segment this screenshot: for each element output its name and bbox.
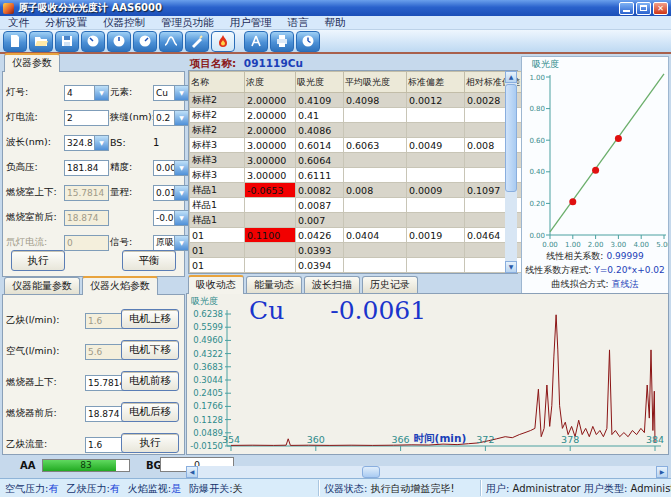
flame-label-3: 燃烧器前后: (6, 407, 83, 420)
table-cell: 样品1 (190, 198, 245, 213)
tab-dyn-0[interactable]: 吸收动态 (188, 275, 244, 294)
table-cell (245, 243, 296, 258)
table-cell: -0.0653 (245, 183, 296, 198)
tab-dyn-2[interactable]: 波长扫描 (304, 276, 360, 294)
table-row[interactable]: 010.0394 (190, 258, 524, 273)
chart-hscrollbar[interactable]: ◀ ▶ (186, 466, 668, 478)
chevron-down-icon[interactable]: ▼ (94, 86, 108, 100)
table-row[interactable]: 010.0393 (190, 243, 524, 258)
minimize-button[interactable] (619, 2, 634, 15)
table-row[interactable]: 标样22.000000.41 (190, 108, 524, 123)
chevron-down-icon[interactable]: ▼ (174, 111, 188, 125)
chevron-down-icon[interactable]: ▼ (174, 236, 188, 250)
hv-input[interactable]: 181.84 (64, 160, 109, 176)
lamp-current-input[interactable]: 2 (64, 110, 109, 126)
table-cell (344, 168, 407, 183)
table-scroll-thumb[interactable] (505, 84, 517, 192)
execute-button[interactable]: 执行 (11, 250, 65, 271)
menu-item-0[interactable]: 文件 (8, 16, 29, 30)
wavelength-scan-button[interactable] (159, 31, 183, 52)
new-file-icon (7, 33, 23, 49)
table-row[interactable]: 标样33.000000.6064 (190, 153, 524, 168)
scroll-left-icon[interactable]: ◀ (186, 466, 198, 478)
table-scrollbar[interactable]: ▲ ▼ (505, 71, 517, 273)
spectrum-xtick: 366 (392, 434, 410, 445)
table-cell (407, 198, 465, 213)
range-low-select[interactable]: -0.0150▼ (153, 210, 189, 226)
table-row[interactable]: 样品10.0087 (190, 198, 524, 213)
burner-frontback-input-value: 18.874 (88, 409, 120, 419)
project-name-label: 项目名称: (190, 57, 236, 69)
chevron-down-icon[interactable]: ▼ (174, 211, 188, 225)
svg-text:0.20: 0.20 (529, 200, 545, 208)
tab-dyn-1[interactable]: 能量动态 (246, 276, 302, 294)
scroll-right-icon[interactable]: ▶ (656, 466, 668, 478)
spectrum-xtick: 354 (222, 434, 240, 445)
results-table: 名称浓度吸光度平均吸光度标准偏差相对标准偏差标样22.000000.41090.… (188, 70, 518, 274)
beam-energy-button[interactable] (107, 31, 131, 52)
motor-down-button[interactable]: 电机下移 (121, 340, 179, 360)
chevron-down-icon[interactable]: ▼ (174, 186, 188, 200)
save-file-button[interactable] (55, 31, 79, 52)
table-row[interactable]: 标样33.000000.6111 (190, 168, 524, 183)
chevron-down-icon[interactable]: ▼ (174, 86, 188, 100)
tab-flame-1[interactable]: 仪器火焰参数 (82, 276, 158, 295)
table-row[interactable]: 010.11000.04260.04040.00190.0464 (190, 228, 524, 243)
table-cell (344, 123, 407, 138)
lamp-energy-button[interactable] (81, 31, 105, 52)
clock-icon (300, 33, 316, 49)
standby-button[interactable] (296, 31, 320, 52)
table-row[interactable]: 样品10.007 (190, 213, 524, 228)
print-button[interactable] (270, 31, 294, 52)
new-file-button[interactable] (3, 31, 27, 52)
menu-item-6[interactable]: 帮助 (325, 16, 346, 30)
maximize-button[interactable] (636, 2, 651, 15)
flame-execute-button[interactable]: 执行 (121, 433, 179, 453)
wavelength-select[interactable]: 324.8▼ (64, 135, 109, 151)
table-row[interactable]: 标样22.000000.4086 (190, 123, 524, 138)
element-select[interactable]: Cu▼ (153, 85, 189, 101)
menu-item-3[interactable]: 管理员功能 (161, 16, 214, 30)
user-label: 用户: (486, 483, 509, 494)
table-row[interactable]: 标样22.000000.41090.40980.00120.0028 (190, 93, 524, 108)
chevron-down-icon[interactable]: ▼ (94, 136, 108, 150)
menu-item-4[interactable]: 用户管理 (230, 16, 272, 30)
close-button[interactable]: ✕ (653, 2, 668, 15)
column-header-3: 平均吸光度 (344, 72, 407, 93)
flame-label-1: 空气(l/min): (6, 345, 83, 358)
flame-ignite-button[interactable] (211, 31, 235, 52)
table-cell: 0.007 (296, 213, 344, 228)
tab-instrument-params[interactable]: 仪器参数 (4, 53, 60, 72)
svg-text:0.00: 0.00 (542, 241, 558, 249)
menu-item-2[interactable]: 仪器控制 (103, 16, 145, 30)
table-cell: 标样3 (190, 138, 245, 153)
calibration-panel: 吸光度 0.000.200.400.600.801.000.001.002.00… (521, 56, 669, 294)
range-high-select[interactable]: 0.0150▼ (153, 185, 189, 201)
motor-up-button[interactable]: 电机上移 (121, 309, 179, 329)
save-icon (59, 33, 75, 49)
precision-select[interactable]: 0.0000▼ (153, 160, 189, 176)
auto-sampler-button[interactable] (244, 31, 268, 52)
motor-back-button[interactable]: 电机后移 (121, 402, 179, 422)
tab-flame-0[interactable]: 仪器能量参数 (4, 277, 80, 295)
table-row[interactable]: 样品1-0.06530.00820.0080.00090.1097 (190, 183, 524, 198)
tab-dyn-3[interactable]: 历史记录 (362, 276, 418, 294)
lamp-number-select[interactable]: 4▼ (64, 85, 109, 101)
slit-select[interactable]: 0.2▼ (153, 110, 189, 126)
hscroll-thumb[interactable] (362, 466, 380, 478)
signal-select[interactable]: 原吸▼ (153, 235, 189, 251)
motor-forward-button[interactable]: 电机前移 (121, 371, 179, 391)
chevron-down-icon[interactable]: ▼ (174, 161, 188, 175)
table-row[interactable]: 标样33.000000.60140.60630.00490.008 (190, 138, 524, 153)
status-flags: 空气压力:有乙炔压力:有火焰监视:是防爆开关:关 (5, 482, 251, 496)
gain-button[interactable] (133, 31, 157, 52)
scroll-down-icon[interactable]: ▼ (505, 261, 517, 273)
balance-button[interactable]: 平衡 (122, 250, 176, 271)
table-cell: 0.0012 (407, 93, 465, 108)
scroll-up-icon[interactable]: ▲ (505, 71, 517, 83)
spectrum-ylabel: 吸光度 (191, 295, 218, 308)
menu-item-5[interactable]: 语言 (288, 16, 309, 30)
menu-item-1[interactable]: 分析设置 (45, 16, 87, 30)
open-file-button[interactable] (29, 31, 53, 52)
burner-position-button[interactable] (185, 31, 209, 52)
